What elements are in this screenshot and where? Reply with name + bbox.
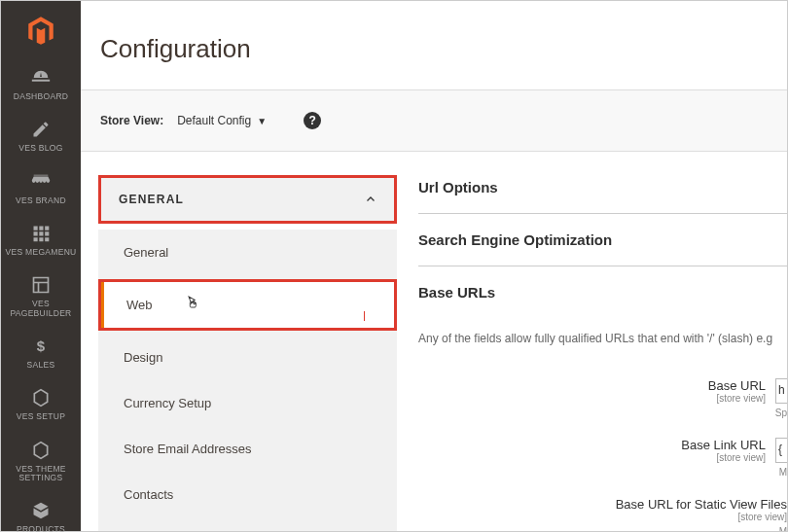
help-icon[interactable]: ? [304,112,321,129]
scope-label: Store View: [100,114,163,127]
section-base-urls[interactable]: Base URLs [418,266,787,318]
store-icon [30,171,52,193]
base-link-url-input[interactable]: { [775,438,787,463]
tree-item-design[interactable]: Design [98,335,397,380]
section-seo[interactable]: Search Engine Optimization [418,214,787,266]
dashboard-icon [30,67,52,89]
hexagon-icon [30,440,52,461]
svg-text:$: $ [37,337,46,354]
pointer-cursor-icon [185,293,200,310]
tree-item-currency[interactable]: Currency Setup [98,380,397,426]
tree-item-reports[interactable]: Reports [98,517,397,531]
nav-ves-blog[interactable]: VES BLOG [1,119,81,153]
magento-logo [24,15,57,48]
nav-ves-setup[interactable]: VES SETUP [1,387,81,421]
base-urls-desc: Any of the fields allow fully qualified … [418,318,787,365]
dollar-icon: $ [30,336,52,357]
cube-icon [30,500,52,521]
chevron-up-icon [365,194,376,205]
nav-dashboard[interactable]: DASHBOARD [1,67,81,101]
config-panel: Url Options Search Engine Optimization B… [397,175,787,531]
nav-ves-pagebuilder[interactable]: VES PAGEBUILDER [1,274,81,318]
layout-icon [30,274,52,296]
grid-icon [30,223,52,244]
pencil-icon [30,119,52,140]
field-base-static: Base URL for Static View Files [store vi… [418,483,787,531]
tree-item-web[interactable]: Web [98,279,397,331]
caret-down-icon: ▼ [257,116,267,126]
scope-select[interactable]: Default Config ▼ [177,114,267,127]
nav-ves-brand[interactable]: VES BRAND [1,171,81,205]
main-content: Configuration Store View: Default Config… [81,1,787,531]
scope-bar: Store View: Default Config ▼ ? [81,89,787,152]
base-url-input[interactable]: h [775,378,787,404]
hexagon-icon [30,387,52,408]
nav-ves-megamenu[interactable]: VES MEGAMENU [1,223,81,257]
tree-section-general[interactable]: GENERAL [98,175,397,224]
page-title: Configuration [100,34,787,64]
tree-item-contacts[interactable]: Contacts [98,472,397,517]
nav-products[interactable]: PRODUCTS [1,500,81,532]
tree-item-general[interactable]: General [98,230,397,275]
admin-sidebar: DASHBOARD VES BLOG VES BRAND VES MEGAMEN… [1,1,81,531]
section-url-options[interactable]: Url Options [418,175,787,214]
nav-sales[interactable]: $ SALES [1,336,81,370]
nav-ves-theme-settings[interactable]: VES THEME SETTINGS [1,440,81,483]
config-tree: GENERAL General Web Design Currency Setu… [81,175,397,531]
tree-item-store-email[interactable]: Store Email Addresses [98,426,397,472]
